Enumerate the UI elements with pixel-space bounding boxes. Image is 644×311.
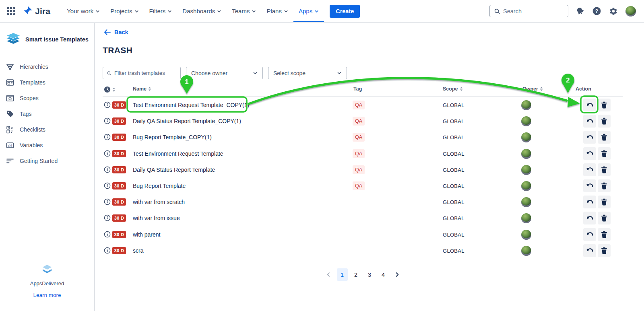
restore-button[interactable] (583, 179, 596, 192)
nav-item-teams[interactable]: Teams (227, 0, 261, 22)
name-column-header[interactable]: Name (133, 86, 151, 92)
info-icon[interactable] (104, 117, 111, 126)
delete-button[interactable] (598, 196, 611, 208)
template-name[interactable]: with var from issue (133, 215, 180, 221)
sidebar-item-hierarchies[interactable]: Hierarchies (0, 59, 94, 74)
restore-icon (586, 182, 594, 189)
trash-icon (601, 198, 607, 206)
trash-icon (601, 231, 607, 238)
delete-button[interactable] (598, 131, 611, 144)
owner-avatar[interactable] (521, 132, 531, 142)
table-row: 30 D Daily QA Status Report Template_COP… (103, 113, 623, 129)
learn-more-link[interactable]: Learn more (0, 292, 94, 298)
template-name[interactable]: with parent (133, 231, 160, 238)
info-icon[interactable] (104, 150, 111, 159)
delete-button[interactable] (598, 212, 611, 224)
owner-avatar[interactable] (521, 149, 531, 159)
sidebar-item-getting-started[interactable]: Getting Started (0, 153, 94, 169)
owner-avatar[interactable] (521, 100, 531, 110)
nav-item-plans[interactable]: Plans (261, 0, 293, 22)
owner-avatar[interactable] (521, 181, 531, 191)
template-name[interactable]: with var from scratch (133, 199, 185, 205)
owner-avatar[interactable] (521, 230, 531, 240)
page-button-3[interactable]: 3 (364, 268, 375, 281)
restore-button[interactable] (583, 147, 596, 160)
info-icon[interactable] (104, 198, 111, 207)
owner-avatar[interactable] (521, 165, 531, 175)
templates-icon (6, 78, 14, 87)
restore-button[interactable] (583, 228, 596, 241)
delete-button[interactable] (598, 179, 611, 192)
sidebar-item-checklists[interactable]: Checklists (0, 122, 94, 137)
nav-item-your-work[interactable]: Your work (62, 0, 105, 22)
notifications-bell-icon[interactable] (576, 7, 584, 15)
app-title: Smart Issue Templates (25, 36, 89, 43)
template-name[interactable]: Test Environment Request Template (133, 150, 223, 157)
delete-button[interactable] (598, 115, 611, 128)
delete-button[interactable] (598, 163, 611, 176)
select-scope-select[interactable]: Select scope (268, 67, 347, 79)
back-button[interactable]: Back (104, 29, 128, 35)
owner-avatar[interactable] (521, 197, 531, 207)
owner-column-header[interactable]: Owner (522, 86, 543, 92)
sidebar-item-tags[interactable]: Tags (0, 106, 94, 122)
delete-button[interactable] (598, 228, 611, 241)
nav-item-filters[interactable]: Filters (144, 0, 178, 22)
scope-column-header[interactable]: Scope (443, 86, 463, 92)
scope-value: GLOBAL (443, 118, 464, 124)
restore-button[interactable] (583, 115, 596, 128)
restore-button[interactable] (583, 212, 596, 224)
expiry-sort-header[interactable] (104, 86, 116, 93)
help-icon[interactable]: ? (592, 6, 601, 16)
app-switcher-icon[interactable] (6, 6, 16, 16)
restore-button[interactable] (583, 244, 596, 257)
restore-button[interactable] (583, 131, 596, 144)
template-name[interactable]: Test Environment Request Template_COPY(1… (133, 102, 249, 108)
sort-icon (460, 87, 463, 91)
info-icon[interactable] (104, 231, 111, 239)
nav-item-projects[interactable]: Projects (105, 0, 144, 22)
template-name[interactable]: scra (133, 247, 143, 254)
owner-avatar[interactable] (521, 213, 531, 223)
info-icon[interactable] (104, 166, 111, 175)
info-icon[interactable] (104, 214, 111, 223)
delete-button[interactable] (598, 99, 611, 111)
info-icon[interactable] (104, 247, 111, 255)
restore-icon (586, 150, 594, 157)
settings-gear-icon[interactable] (609, 7, 618, 16)
owner-avatar[interactable] (521, 246, 531, 256)
filter-templates-input[interactable] (114, 70, 177, 76)
delete-button[interactable] (598, 244, 611, 257)
filter-templates-field[interactable] (103, 67, 181, 79)
restore-button[interactable] (583, 99, 596, 111)
delete-button[interactable] (598, 147, 611, 160)
restore-button[interactable] (583, 196, 596, 208)
template-name[interactable]: Daily QA Status Report Template (133, 167, 215, 173)
next-page-button[interactable] (392, 268, 402, 281)
nav-item-dashboards[interactable]: Dashboards (177, 0, 227, 22)
choose-owner-select[interactable]: Choose owner (186, 67, 263, 79)
search-input[interactable] (503, 8, 559, 14)
info-icon[interactable] (104, 134, 111, 142)
previous-page-button[interactable] (323, 268, 334, 281)
template-name[interactable]: Bug Report Template_COPY(1) (133, 134, 212, 140)
restore-button[interactable] (583, 163, 596, 176)
page-button-1[interactable]: 1 (337, 268, 348, 281)
nav-item-apps[interactable]: Apps (293, 0, 324, 22)
create-button[interactable]: Create (330, 5, 360, 18)
info-icon[interactable] (104, 182, 111, 191)
global-search[interactable] (489, 5, 568, 17)
page-button-4[interactable]: 4 (378, 268, 389, 281)
sidebar-item-variables[interactable]: (x) Variables (0, 137, 94, 153)
sidebar-item-scopes[interactable]: Scopes (0, 90, 94, 106)
sidebar-footer: AppsDelivered Learn more (0, 264, 94, 298)
owner-avatar[interactable] (521, 116, 531, 126)
user-avatar[interactable] (625, 6, 636, 16)
template-name[interactable]: Daily QA Status Report Template_COPY(1) (133, 118, 241, 124)
sidebar-item-templates[interactable]: Templates (0, 74, 94, 90)
template-name[interactable]: Bug Report Template (133, 183, 186, 189)
tag-badge: QA (353, 149, 365, 158)
info-icon[interactable] (104, 101, 111, 110)
jira-logo[interactable]: Jira (23, 6, 50, 16)
page-button-2[interactable]: 2 (351, 268, 361, 281)
